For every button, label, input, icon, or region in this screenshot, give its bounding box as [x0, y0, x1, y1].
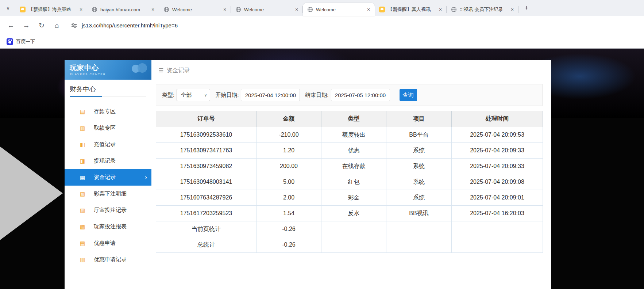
- back-button[interactable]: ←: [4, 19, 18, 32]
- new-tab-button[interactable]: +: [521, 3, 532, 13]
- cell-project: 系统: [386, 143, 452, 159]
- cell-order-no: 1751630992533610: [156, 127, 257, 143]
- cell-amount: 200.00: [257, 159, 321, 174]
- tab-welcome-active[interactable]: Welcome ×: [303, 3, 375, 16]
- bookmarks-bar: 百度一下: [0, 35, 644, 49]
- cell-time: 2025-07-04 20:09:53: [452, 127, 543, 143]
- cell-type: [321, 237, 386, 253]
- cell-project: 系统: [386, 190, 452, 206]
- globe-icon: [307, 7, 313, 12]
- back-icon: ←: [8, 22, 15, 30]
- cell-project: 系统: [386, 159, 452, 174]
- cell-type: 在线存款: [321, 159, 386, 174]
- cell-time: 2025-07-04 16:20:03: [452, 206, 543, 221]
- tab-label: :::视讯 会员下注纪录: [460, 6, 506, 13]
- sidebar-item-promo-apply[interactable]: ▤ 优惠申请: [65, 235, 151, 251]
- start-date-input[interactable]: [241, 89, 300, 101]
- browser-toolbar: ← → ↻ ⌂ js13.cc/hhcp/usercenter.html?ini…: [0, 16, 644, 35]
- sidebar-item-recharge-records[interactable]: ◧ 充值记录: [65, 136, 151, 153]
- chat-app-icon: [20, 7, 26, 12]
- site-info-icon[interactable]: [69, 21, 79, 30]
- globe-icon: [451, 7, 457, 12]
- page-header: ☰ 资金记录: [151, 60, 551, 81]
- page-background: 玩家中心 PLAYERS CENTER 财务中心 ▤ 存款专区 ▥ 取款专区 ◧…: [0, 49, 644, 289]
- plus-icon: +: [525, 4, 529, 12]
- close-icon[interactable]: ×: [78, 6, 84, 13]
- bookmark-label: 百度一下: [16, 38, 35, 45]
- close-icon[interactable]: ×: [365, 6, 372, 13]
- cell-time: 2025-07-04 20:09:33: [452, 143, 543, 159]
- cell-project: [386, 237, 452, 253]
- sidebar-item-label: 厅室投注记录: [94, 207, 127, 214]
- header-time: 处理时间: [452, 111, 543, 127]
- cell-summary-label: 当前页统计: [156, 221, 257, 237]
- forward-button[interactable]: →: [20, 19, 33, 32]
- close-icon[interactable]: ×: [509, 6, 516, 13]
- bookmark-baidu[interactable]: 百度一下: [4, 37, 38, 46]
- start-date-label: 开始日期:: [215, 92, 239, 99]
- chevron-right-icon: ›: [145, 174, 147, 181]
- sidebar-item-label: 充值记录: [94, 141, 116, 148]
- cell-summary-label: 总统计: [156, 237, 257, 253]
- sidebar: 玩家中心 PLAYERS CENTER 财务中心 ▤ 存款专区 ▥ 取款专区 ◧…: [65, 60, 151, 289]
- cell-order-no: 1751630973459082: [156, 159, 257, 174]
- sidebar-item-hall-bet-records[interactable]: ▨ 厅室投注记录: [65, 202, 151, 218]
- cell-time: [452, 221, 543, 237]
- cell-order-no: 1751617203259523: [156, 206, 257, 221]
- gamepad-icon: [132, 63, 148, 74]
- cell-type: 反水: [321, 206, 386, 221]
- cell-type: 优惠: [321, 143, 386, 159]
- cell-amount: 1.20: [257, 143, 321, 159]
- sidebar-item-deposit-zone[interactable]: ▤ 存款专区: [65, 103, 151, 120]
- cell-order-no: 1751630973471763: [156, 143, 257, 159]
- reload-button[interactable]: ↻: [35, 19, 48, 32]
- tab-welcome-2[interactable]: Welcome ×: [231, 3, 303, 16]
- sidebar-item-fund-records[interactable]: ▦ 资金记录 ›: [65, 169, 151, 186]
- sidebar-item-lottery-bet-details[interactable]: ▧ 彩票下注明细: [65, 186, 151, 202]
- url-text[interactable]: js13.cc/hhcp/usercenter.html?iniType=6: [82, 22, 178, 28]
- tab-label: Welcome: [316, 7, 362, 12]
- address-bar[interactable]: js13.cc/hhcp/usercenter.html?iniType=6: [66, 19, 640, 32]
- sidebar-item-withdrawal-records[interactable]: ◨ 提现记录: [65, 153, 151, 169]
- close-icon[interactable]: ×: [150, 6, 156, 13]
- lottery-icon: ▧: [79, 191, 86, 197]
- tab-haiyan-strategy[interactable]: 【新提醒】海燕策略 ×: [15, 3, 87, 16]
- sidebar-item-label: 资金记录: [94, 174, 116, 181]
- tab-search-button[interactable]: ∨: [3, 3, 13, 13]
- type-label: 类型:: [162, 92, 174, 99]
- search-button[interactable]: 查询: [400, 89, 417, 101]
- hamburger-icon: ☰: [159, 67, 163, 74]
- close-icon[interactable]: ×: [221, 6, 228, 13]
- sidebar-item-player-bet-report[interactable]: ▩ 玩家投注报表: [65, 218, 151, 235]
- table-row: 1751630948003141 5.00 红包 系统 2025-07-04 2…: [156, 174, 543, 190]
- withdraw-icon: ▥: [79, 125, 86, 132]
- table-summary-row-page: 当前页统计 -0.26: [156, 221, 543, 237]
- sidebar-item-withdraw-zone[interactable]: ▥ 取款专区: [65, 120, 151, 136]
- tab-label: 【新提醒】真人视讯: [388, 6, 434, 13]
- close-icon[interactable]: ×: [293, 6, 300, 13]
- main-panel: ☰ 资金记录 类型: 全部 ∨ 开始日期: 结束日期: 查询 订单号: [151, 60, 551, 289]
- globe-icon: [92, 7, 97, 12]
- close-icon[interactable]: ×: [437, 6, 444, 13]
- recharge-icon: ◧: [79, 141, 86, 148]
- header-order-no: 订单号: [156, 111, 257, 127]
- sidebar-item-promo-apply-records[interactable]: ▥ 优惠申请记录: [65, 251, 151, 268]
- table-summary-row-total: 总统计 -0.26: [156, 237, 543, 253]
- home-button[interactable]: ⌂: [50, 19, 63, 32]
- tab-welcome-1[interactable]: Welcome ×: [159, 3, 231, 16]
- tab-strip: ∨ 【新提醒】海燕策略 × haiyan.hfanax.com × Welcom…: [0, 0, 644, 16]
- tab-live-video[interactable]: 【新提醒】真人视讯 ×: [375, 3, 447, 16]
- sidebar-item-label: 取款专区: [94, 125, 116, 132]
- chevron-down-icon: ∨: [6, 5, 10, 11]
- type-select[interactable]: 全部 ∨: [177, 89, 210, 101]
- sidebar-header: 玩家中心 PLAYERS CENTER: [65, 60, 151, 80]
- forward-icon: →: [23, 22, 30, 30]
- table-row: 1751607634287926 2.00 彩金 系统 2025-07-04 2…: [156, 190, 543, 206]
- cell-project: 系统: [386, 174, 452, 190]
- header-type: 类型: [321, 111, 386, 127]
- fund-record-icon: ▦: [79, 174, 86, 181]
- tab-bet-records[interactable]: :::视讯 会员下注纪录 ×: [447, 3, 518, 16]
- tab-hfanax[interactable]: haiyan.hfanax.com ×: [87, 3, 159, 16]
- reload-icon: ↻: [39, 21, 45, 30]
- end-date-input[interactable]: [331, 89, 390, 101]
